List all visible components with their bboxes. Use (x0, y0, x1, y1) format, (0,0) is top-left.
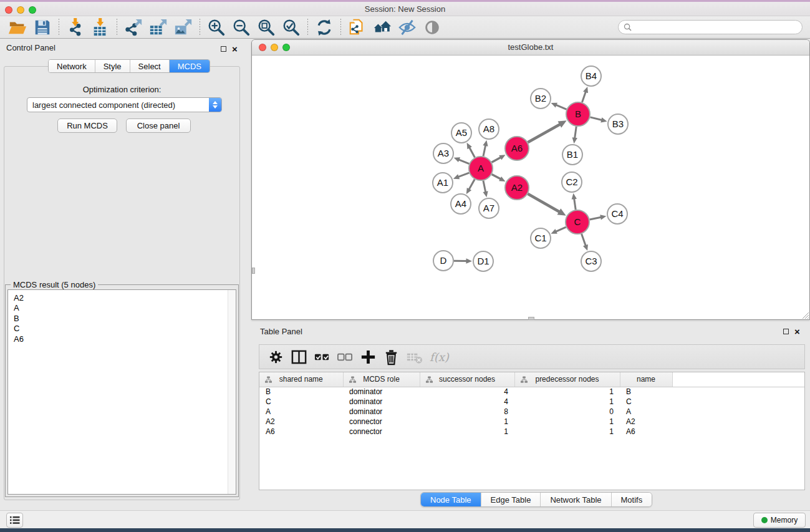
memory-button[interactable]: Memory (753, 513, 806, 528)
node-A4[interactable]: A4 (451, 194, 471, 214)
import-table-icon[interactable] (88, 17, 113, 38)
splitter-handle-left[interactable] (252, 268, 255, 274)
edge-A2-C[interactable] (528, 194, 566, 216)
delete-column-icon[interactable] (380, 346, 403, 367)
network-canvas[interactable]: B4B2BB3A5A8A6A3AB1A1C2A4A7A2CC4C1C3DD1 (252, 56, 809, 319)
edge-B-B1[interactable] (572, 127, 577, 143)
node-A1[interactable]: A1 (433, 173, 453, 193)
table-cell[interactable]: 4 (420, 387, 514, 397)
zoom-fit-icon[interactable] (254, 17, 279, 38)
open-file-icon[interactable] (5, 17, 30, 38)
select-all-icon[interactable] (311, 346, 334, 367)
table-cell[interactable]: 8 (420, 407, 514, 417)
table-cell[interactable]: C (620, 397, 672, 407)
column-header[interactable]: name (620, 372, 672, 387)
export-image-icon[interactable] (171, 17, 196, 38)
node-C[interactable]: C (566, 210, 589, 234)
column-header[interactable]: predecessor nodes (514, 372, 620, 387)
tab-network-table[interactable]: Network Table (541, 493, 611, 506)
table-cell[interactable]: A2 (259, 417, 343, 427)
node-C4[interactable]: C4 (607, 204, 627, 224)
node-C2[interactable]: C2 (562, 172, 582, 192)
edge-B-B2[interactable] (551, 103, 567, 110)
table-cell[interactable]: connector (343, 427, 420, 437)
result-item[interactable]: C (14, 324, 236, 334)
node-B[interactable]: B (566, 102, 590, 126)
mcds-result-list[interactable]: A2ABCA6 (7, 289, 236, 495)
result-scrollbar[interactable] (228, 290, 236, 494)
edge-C-C4[interactable] (590, 215, 607, 220)
splitter-handle-bottom[interactable] (528, 317, 534, 320)
node-A8[interactable]: A8 (479, 119, 499, 139)
table-row[interactable]: A6connector11A6 (259, 427, 804, 437)
node-B3[interactable]: B3 (608, 114, 628, 134)
table-cell[interactable]: 1 (514, 397, 620, 407)
table-cell[interactable]: C (259, 397, 343, 407)
node-A5[interactable]: A5 (451, 123, 471, 143)
table-cell[interactable]: 1 (420, 427, 514, 437)
table-cell[interactable]: B (259, 387, 343, 397)
close-panel-icon[interactable]: × (232, 46, 238, 52)
node-B1[interactable]: B1 (562, 145, 582, 165)
tab-motifs[interactable]: Motifs (612, 493, 652, 506)
tab-mcds[interactable]: MCDS (170, 60, 210, 72)
zoom-selected-icon[interactable] (279, 17, 304, 38)
edge-A-A2[interactable] (492, 174, 506, 181)
node-D1[interactable]: D1 (473, 251, 493, 271)
float-table-panel-icon[interactable] (783, 329, 789, 334)
node-B4[interactable]: B4 (581, 66, 601, 86)
refresh-icon[interactable] (312, 17, 337, 38)
edge-D-D1[interactable] (454, 258, 472, 263)
tab-edge-table[interactable]: Edge Table (481, 493, 541, 506)
tab-network[interactable]: Network (49, 60, 95, 72)
result-item[interactable]: A6 (14, 334, 236, 344)
show-all-icon[interactable] (420, 17, 445, 38)
table-cell[interactable]: dominator (343, 387, 420, 397)
export-network-icon[interactable] (121, 17, 146, 38)
column-header[interactable]: MCDS role (343, 372, 420, 387)
table-cell[interactable]: 1 (514, 417, 620, 427)
table-cell[interactable]: 1 (514, 427, 620, 437)
node-A6[interactable]: A6 (505, 137, 529, 160)
table-cell[interactable]: 4 (420, 397, 514, 407)
table-cell[interactable]: dominator (343, 397, 420, 407)
table-cell[interactable]: 0 (514, 407, 620, 417)
table-cell[interactable]: dominator (343, 407, 420, 417)
first-neighbors-icon[interactable] (370, 17, 395, 38)
edge-A-A1[interactable] (453, 173, 469, 179)
zoom-in-icon[interactable] (204, 17, 229, 38)
tab-node-table[interactable]: Node Table (421, 493, 481, 506)
table-cell[interactable]: connector (343, 417, 420, 427)
edge-A-A3[interactable] (454, 157, 470, 163)
table-cell[interactable]: A (620, 407, 672, 417)
split-columns-icon[interactable] (287, 346, 311, 367)
tab-select[interactable]: Select (130, 60, 170, 72)
edge-B-B4[interactable] (582, 87, 589, 102)
run-mcds-button[interactable]: Run MCDS (57, 118, 117, 133)
result-item[interactable]: A2 (14, 293, 236, 303)
edge-A-A5[interactable] (467, 143, 475, 158)
table-cell[interactable]: A2 (620, 417, 672, 427)
gear-icon[interactable] (264, 346, 287, 367)
table-cell[interactable]: B (620, 387, 672, 397)
search-input[interactable] (632, 23, 797, 32)
resize-grip-icon[interactable] (801, 311, 809, 319)
node-A3[interactable]: A3 (433, 143, 453, 163)
edge-A-A4[interactable] (466, 179, 475, 194)
node-B2[interactable]: B2 (531, 89, 551, 109)
node-A7[interactable]: A7 (479, 198, 499, 218)
table-cell[interactable]: A (259, 407, 343, 417)
table-cell[interactable]: A6 (620, 427, 672, 437)
zoom-out-icon[interactable] (229, 17, 254, 38)
table-cell[interactable]: 1 (514, 387, 620, 397)
save-session-icon[interactable] (30, 17, 55, 38)
copy-network-icon[interactable] (345, 17, 370, 38)
float-panel-icon[interactable] (221, 46, 226, 52)
edge-A-A8[interactable] (483, 140, 488, 157)
result-item[interactable]: A (14, 303, 236, 313)
result-item[interactable]: B (14, 314, 236, 324)
node-D[interactable]: D (433, 251, 453, 271)
hide-selected-icon[interactable] (395, 17, 420, 38)
table-cell[interactable]: 1 (420, 417, 514, 427)
deselect-all-icon[interactable] (334, 346, 357, 367)
